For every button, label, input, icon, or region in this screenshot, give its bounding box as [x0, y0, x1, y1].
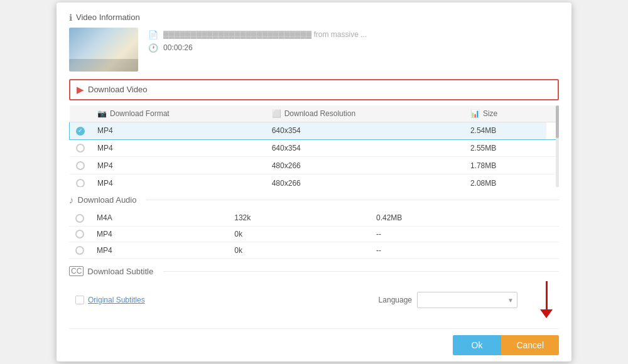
size-cell: 2.54MB — [464, 122, 546, 139]
th-radio — [70, 105, 92, 122]
divider-line — [146, 200, 559, 200]
download-audio-label: Download Audio — [78, 195, 137, 205]
clock-icon: 🕐 — [148, 43, 158, 53]
cc-icon: CC — [69, 266, 84, 276]
radio-selected[interactable] — [76, 127, 85, 136]
radio-unselected[interactable] — [76, 144, 85, 153]
video-thumbnail — [69, 28, 138, 72]
format-icon: 📷 — [97, 109, 107, 118]
radio-unselected[interactable] — [75, 246, 84, 255]
video-meta: 📄 ▓▓▓▓▓▓▓▓▓▓▓▓▓▓▓▓▓▓▓▓▓▓▓▓▓▓▓ from massi… — [148, 28, 367, 53]
download-audio-header: ♪ Download Audio — [69, 195, 559, 205]
scrollbar-thumb[interactable] — [556, 105, 559, 138]
arrow-container — [540, 281, 553, 318]
arrow-indicator — [540, 281, 553, 318]
video-info-header: ℹ Video Information — [69, 13, 559, 23]
format-cell: MP4 — [91, 122, 266, 139]
radio-cell[interactable] — [69, 242, 90, 259]
size-cell: 1.78MB — [464, 157, 546, 174]
size-cell: 2.55MB — [464, 139, 546, 157]
audio-icon: ♪ — [69, 195, 74, 205]
audio-format-tbody: M4A 132k 0.42MB MP4 0k -- MP4 0k -- — [69, 210, 559, 259]
video-format-tbody: MP4 640x354 2.54MB MP4 640x354 2.55MB MP… — [70, 122, 559, 187]
radio-unselected[interactable] — [75, 214, 84, 223]
audio-format-table: M4A 132k 0.42MB MP4 0k -- MP4 0k -- — [69, 210, 559, 259]
video-title: ▓▓▓▓▓▓▓▓▓▓▓▓▓▓▓▓▓▓▓▓▓▓▓▓▓▓▓ from massive… — [163, 30, 367, 39]
video-duration: 00:00:26 — [163, 43, 193, 52]
bitrate-cell: 0k — [228, 226, 370, 242]
format-cell: MP4 — [91, 139, 266, 157]
table-row[interactable]: M4A 132k 0.42MB — [69, 210, 559, 226]
video-format-table: 📷 Download Format ⬜ Download Resolution … — [69, 105, 559, 187]
language-select[interactable] — [417, 292, 517, 308]
resolution-cell: 480x266 — [266, 157, 464, 174]
size-icon: 📊 — [470, 109, 480, 118]
size-cell: -- — [370, 226, 559, 242]
radio-cell[interactable] — [70, 122, 92, 139]
video-info-row: 📄 ▓▓▓▓▓▓▓▓▓▓▓▓▓▓▓▓▓▓▓▓▓▓▓▓▓▓▓ from massi… — [69, 28, 559, 72]
scrollbar-track[interactable] — [556, 105, 559, 187]
resolution-cell: 640x354 — [266, 122, 464, 139]
bitrate-cell: 132k — [228, 210, 370, 226]
ok-button[interactable]: Ok — [453, 335, 502, 355]
language-select-wrapper[interactable]: ▼ — [417, 292, 517, 308]
radio-unselected[interactable] — [76, 179, 85, 187]
resolution-cell: 480x266 — [266, 174, 464, 187]
download-video-icon: ▶ — [77, 84, 84, 95]
format-table-header: 📷 Download Format ⬜ Download Resolution … — [70, 105, 559, 122]
download-dialog: ℹ Video Information 📄 ▓▓▓▓▓▓▓▓▓▓▓▓▓▓▓▓▓▓… — [57, 3, 571, 361]
format-cell: MP4 — [90, 242, 228, 259]
radio-cell[interactable] — [70, 174, 92, 187]
radio-cell[interactable] — [70, 139, 92, 157]
resolution-icon: ⬜ — [272, 109, 281, 118]
format-cell: MP4 — [90, 226, 228, 242]
size-cell: -- — [370, 242, 559, 259]
format-cell: MP4 — [91, 174, 266, 187]
subtitle-checkbox[interactable] — [75, 296, 84, 304]
format-cell: MP4 — [91, 157, 266, 174]
table-row[interactable]: MP4 640x354 2.55MB — [70, 139, 559, 157]
th-format: 📷 Download Format — [91, 105, 266, 122]
format-cell: M4A — [90, 210, 228, 226]
radio-unselected[interactable] — [75, 230, 84, 238]
table-row[interactable]: MP4 0k -- — [69, 226, 559, 242]
radio-cell[interactable] — [70, 157, 92, 174]
th-resolution: ⬜ Download Resolution — [266, 105, 464, 122]
divider-line-subtitle — [163, 271, 559, 272]
language-label: Language — [379, 296, 412, 304]
subtitle-checkbox-group[interactable]: Original Subtitles — [75, 296, 145, 304]
original-subtitles-label[interactable]: Original Subtitles — [88, 296, 145, 304]
download-subtitle-label: Download Subtitle — [87, 267, 153, 276]
cancel-button[interactable]: Cancel — [501, 335, 559, 355]
size-cell: 0.42MB — [370, 210, 559, 226]
arrow-head — [540, 309, 553, 318]
table-row[interactable]: MP4 480x266 1.78MB — [70, 157, 559, 174]
video-format-table-wrapper: 📷 Download Format ⬜ Download Resolution … — [69, 105, 559, 187]
radio-cell[interactable] — [69, 226, 90, 242]
radio-cell[interactable] — [69, 210, 90, 226]
download-video-label: Download Video — [88, 85, 147, 94]
download-video-header: ▶ Download Video — [69, 79, 559, 100]
document-icon: 📄 — [148, 30, 158, 40]
video-title-row: 📄 ▓▓▓▓▓▓▓▓▓▓▓▓▓▓▓▓▓▓▓▓▓▓▓▓▓▓▓ from massi… — [148, 30, 367, 40]
download-subtitle-header: CC Download Subtitle — [69, 266, 559, 276]
table-row[interactable]: MP4 480x266 2.08MB — [70, 174, 559, 187]
table-row[interactable]: MP4 0k -- — [69, 242, 559, 259]
subtitle-row: Original Subtitles Language ▼ — [69, 281, 559, 318]
video-duration-row: 🕐 00:00:26 — [148, 43, 367, 53]
language-group: Language ▼ — [379, 292, 517, 308]
resolution-cell: 640x354 — [266, 139, 464, 157]
bitrate-cell: 0k — [228, 242, 370, 259]
size-cell: 2.08MB — [464, 174, 546, 187]
table-row[interactable]: MP4 640x354 2.54MB — [70, 122, 559, 139]
dialog-footer: Ok Cancel — [69, 328, 559, 361]
radio-unselected[interactable] — [76, 161, 85, 170]
th-size: 📊 Size — [464, 105, 546, 122]
info-icon: ℹ — [69, 13, 72, 23]
video-info-label: Video Information — [76, 13, 140, 22]
arrow-shaft — [546, 281, 548, 309]
